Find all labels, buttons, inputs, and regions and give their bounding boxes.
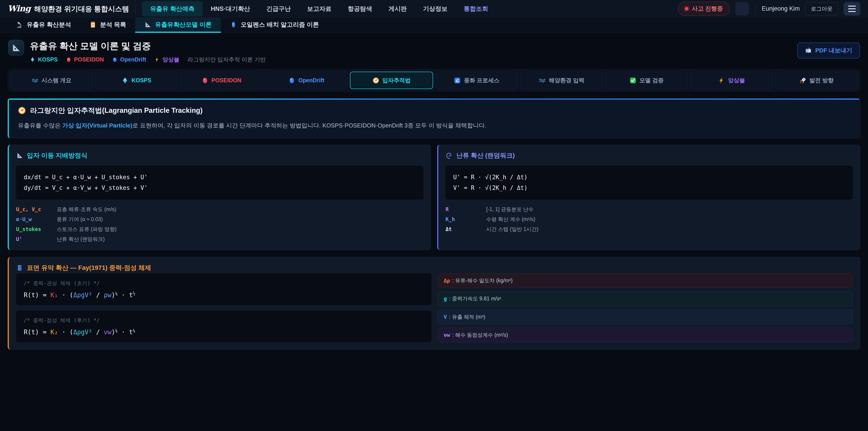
section-pill-입자추적법[interactable]: 입자추적법 <box>350 72 433 89</box>
nav-item-게시판[interactable]: 게시판 <box>380 1 415 17</box>
notifications-button[interactable] <box>735 2 749 16</box>
fay-formula-blocks: /* 중력-관성 체제 (초기) */ R(t) = K₁ · (ΔρgV² /… <box>16 274 431 342</box>
panel-title: 표면 유막 확산 — Fay(1971) 중력-점성 체제 <box>27 264 151 272</box>
lens-icon <box>230 21 237 28</box>
model-badges: KOSPS POSEIDON OpenDrift 앙상블라그랑지안 입자추적 이… <box>30 56 266 63</box>
tab-유출유 확산분석[interactable]: 유출유 확산분석 <box>7 18 80 33</box>
app-logo: Wing 해양환경 위기대응 통합시스템 <box>8 4 129 14</box>
section-pill-모델 검증[interactable]: 모델 검증 <box>605 72 688 89</box>
panel-title: 입자 이동 지배방정식 <box>27 151 88 160</box>
logo-mark: Wing <box>8 4 31 13</box>
set-square-icon <box>16 152 23 159</box>
random-walk-equations-code: U' = R · √(2K_h / Δt)V' = R · √(2K_h / Δ… <box>445 166 853 199</box>
app-title: 해양환경 위기대응 통합시스템 <box>34 4 129 14</box>
ellipse-red-icon <box>202 77 209 84</box>
definition-row: Δt 시간 스텝 (일반 1시간) <box>445 226 853 233</box>
diamond-icon <box>30 57 35 62</box>
status-dot-icon <box>685 7 688 10</box>
bolt-icon <box>154 57 160 62</box>
tabbar: 유출유 확산분석 분석 목록 유출유확산모델 이론 오일펜스 배치 알고리즘 이… <box>0 18 868 33</box>
random-walk-definitions: R [-1, 1] 균등분포 난수 K_h 수평 확산 계수 (m²/s) Δt… <box>445 206 853 233</box>
incident-status-badge[interactable]: 사고 진행중 <box>678 2 730 16</box>
page-title: 유출유 확산 모델 이론 및 검증 <box>30 40 266 52</box>
section-pill-KOSPS[interactable]: KOSPS <box>95 72 178 89</box>
definition-row: R [-1, 1] 균등분포 난수 <box>445 206 853 213</box>
topbar-right: 사고 진행중 Eunjeong Kim 로그아웃 <box>678 2 860 16</box>
diamond-icon <box>122 77 128 84</box>
page-header: 유출유 확산 모델 이론 및 검증 KOSPS POSEIDON OpenDri… <box>0 33 868 68</box>
book-icon <box>805 47 812 54</box>
divider <box>755 4 755 13</box>
section-pill-시스템 개요[interactable]: 시스템 개요 <box>10 72 93 89</box>
rocket-icon <box>800 77 806 84</box>
equation-line: U' = R · √(2K_h / Δt) <box>453 172 845 183</box>
definition-row: U' 난류 확산 (랜덤워크) <box>16 236 423 243</box>
page-icon <box>8 40 24 56</box>
tab-오일펜스 배치 알고리즘 이론[interactable]: 오일펜스 배치 알고리즘 이론 <box>221 18 328 33</box>
oil-drum-icon <box>16 264 23 271</box>
refresh-icon <box>454 77 461 84</box>
section-pill-OpenDrift[interactable]: OpenDrift <box>265 72 348 89</box>
compass-icon <box>18 106 26 115</box>
equation-panels: 입자 이동 지배방정식 dx/dt = U_c + α·U_w + U_stok… <box>8 145 860 250</box>
pdf-export-button[interactable]: PDF 내보내기 <box>797 42 860 59</box>
equation-line: dx/dt = U_c + α·U_w + U_stokes + U' <box>24 172 416 183</box>
status-label: 사고 진행중 <box>692 5 723 13</box>
nav-item-보고자료[interactable]: 보고자료 <box>299 1 340 17</box>
ellipse-blue-icon <box>112 57 118 62</box>
set-square-icon <box>11 43 21 53</box>
fay-spreading-panel: 표면 유막 확산 — Fay(1971) 중력-점성 체제 /* 중력-관성 체… <box>8 257 860 350</box>
bell-icon <box>738 5 746 13</box>
definition-row: K_h 수평 확산 계수 (m²/s) <box>445 216 853 223</box>
nav-item-긴급구난[interactable]: 긴급구난 <box>258 1 299 17</box>
nav-item-HNS·대기확산[interactable]: HNS·대기확산 <box>203 1 258 17</box>
tab-분석 목록[interactable]: 분석 목록 <box>80 18 135 33</box>
section-pill-해양환경 입력[interactable]: 해양환경 입력 <box>520 72 603 89</box>
fay-formula-block: /* 중력-관성 체제 (초기) */ R(t) = K₁ · (ΔρgV² /… <box>16 274 431 305</box>
fay-variable-chips: Δρ : 유류-해수 밀도차 (kg/m³) g : 중력가속도 9.81 m/… <box>438 274 853 342</box>
menu-button[interactable] <box>844 2 860 16</box>
nav-item-통합조회[interactable]: 통합조회 <box>456 1 496 17</box>
intro-description: 유출유를 수많은 가상 입자(Virtual Particle)로 표현하여, … <box>18 121 851 130</box>
equation-line: V' = R · √(2K_h / Δt) <box>453 183 845 193</box>
user-name: Eunjeong Kim <box>762 5 800 12</box>
section-pill-앙상블[interactable]: 앙상블 <box>690 72 773 89</box>
intro-title: 라그랑지안 입자추적법(Lagrangian Particle Tracking… <box>30 106 203 115</box>
nav-item-기상정보[interactable]: 기상정보 <box>415 1 456 17</box>
panel-title: 난류 확산 (랜덤워크) <box>456 151 515 160</box>
model-badge-앙상블: 앙상블 <box>154 56 180 63</box>
particle-motion-panel: 입자 이동 지배방정식 dx/dt = U_c + α·U_w + U_stok… <box>8 145 431 250</box>
logout-button[interactable]: 로그아웃 <box>805 2 838 16</box>
nav-item-항공탐색[interactable]: 항공탐색 <box>340 1 380 17</box>
page-subtitle: 라그랑지안 입자추적 이론 기반 <box>188 56 266 63</box>
main-nav: 유출유 확산예측HNS·대기확산긴급구난보고자료항공탐색게시판기상정보통합조회 <box>142 0 496 18</box>
microscope-icon <box>16 21 23 28</box>
variable-chip-V: V : 유출 체적 (m³) <box>438 310 853 324</box>
tab-유출유확산모델 이론[interactable]: 유출유확산모델 이론 <box>135 18 221 33</box>
model-badge-POSEIDON: POSEIDON <box>66 56 104 63</box>
fay-formula-block: /* 중력-점성 체제 (후기) */ R(t) = K₂ · (ΔρgV² /… <box>16 311 431 342</box>
ellipse-blue-icon <box>288 77 295 84</box>
clipboard-icon <box>89 21 96 28</box>
check-icon <box>629 77 636 84</box>
wave-icon <box>539 77 546 84</box>
definition-row: U_stokes 스토크스 표류 (파랑 영향) <box>16 226 423 233</box>
wave-icon <box>32 77 38 84</box>
section-pill-풍화 프로세스[interactable]: 풍화 프로세스 <box>435 72 518 89</box>
menu-icon <box>848 6 856 6</box>
nav-item-유출유 확산예측[interactable]: 유출유 확산예측 <box>142 1 203 17</box>
definition-row: U_c, V_c 표층 해류·조류 속도 (m/s) <box>16 206 423 213</box>
variable-chip-g: g : 중력가속도 9.81 m/s² <box>438 291 853 306</box>
variable-chip-Δρ: Δρ : 유류-해수 밀도차 (kg/m³) <box>438 274 853 288</box>
setsquare-icon <box>144 21 151 28</box>
spiral-icon <box>445 152 453 159</box>
model-badge-OpenDrift: OpenDrift <box>112 56 146 63</box>
equation-line: dy/dt = V_c + α·V_w + V_stokes + V' <box>24 183 416 193</box>
turbulent-diffusion-panel: 난류 확산 (랜덤워크) U' = R · √(2K_h / Δt)V' = R… <box>437 145 860 250</box>
section-pill-발전 방향[interactable]: 발전 방향 <box>775 72 858 89</box>
virtual-particle-highlight: 가상 입자(Virtual Particle) <box>62 122 132 129</box>
motion-equations-code: dx/dt = U_c + α·U_w + U_stokes + U'dy/dt… <box>16 166 423 199</box>
topbar: Wing 해양환경 위기대응 통합시스템 유출유 확산예측HNS·대기확산긴급구… <box>0 0 868 18</box>
section-pill-POSEIDON[interactable]: POSEIDON <box>180 72 263 89</box>
variable-chip-νw: νw : 해수 동점성계수 (m²/s) <box>438 328 853 342</box>
